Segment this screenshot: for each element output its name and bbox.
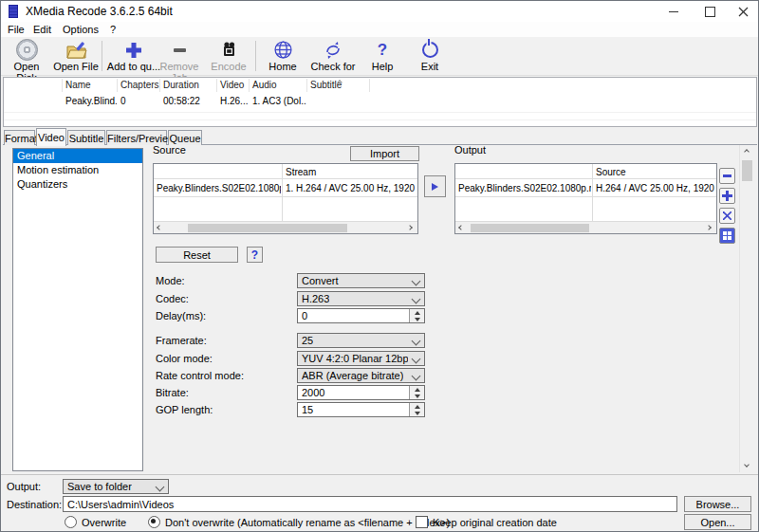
column-header-name[interactable]: Name [63,78,117,93]
source-stream-column: Stream [286,166,316,178]
scroll-thumb[interactable] [471,224,589,232]
column-header-duration[interactable]: Duration [160,78,216,93]
menu-edit[interactable]: Edit [33,22,51,37]
column-header-audio[interactable]: Audio [250,78,306,93]
overwrite-radio[interactable]: Overwrite [65,516,126,528]
job-video: H.26... [217,95,249,108]
import-button[interactable]: Import [350,146,419,161]
delay-input[interactable] [298,309,408,322]
arrange-streams-button[interactable] [719,228,735,244]
help-button[interactable]: ? Help [362,39,402,74]
maximize-icon [705,7,715,17]
source-stream-table[interactable]: Stream Peaky.Blinders.S02E02.1080p.ru...… [153,163,418,234]
scroll-thumb[interactable] [188,224,347,232]
output-panel-title: Output [454,144,486,156]
color-mode-label: Color mode: [156,352,213,365]
transfer-stream-button[interactable] [424,175,446,197]
output-stream-cell[interactable]: H.264 / AVC 25.00 Hz, 1920 x 108 [596,182,715,194]
output-file-cell[interactable]: Peaky.Blinders.S02E02.1080p.rus.Lo... [458,182,591,194]
output-source-column: Source [596,166,626,178]
add-stream-button[interactable] [719,188,735,204]
output-mode-select[interactable]: Save to folder [63,479,169,494]
exit-label: Exit [409,61,451,72]
add-to-queue-button[interactable]: Add to qu... [106,39,161,74]
menu-options[interactable]: Options [63,22,99,37]
globe-icon [273,40,293,60]
open-disk-button[interactable]: Open Disk [3,39,50,74]
job-audio: 1. AC3 (Dol... [250,95,306,108]
source-h-scrollbar[interactable] [154,221,417,233]
window-title: XMedia Recode 3.6.2.5 64bit [26,1,173,22]
scroll-up-icon[interactable] [744,149,750,155]
gop-length-stepper[interactable] [297,402,425,417]
tab-format[interactable]: Format [4,130,35,145]
panel-v-scrollbar[interactable] [739,145,753,472]
spin-down-icon[interactable] [410,393,424,399]
output-h-scrollbar[interactable] [455,221,716,233]
job-subtitle [307,95,364,108]
source-file-cell[interactable]: Peaky.Blinders.S02E02.1080p.ru... [157,182,281,194]
mode-label: Mode: [156,274,185,287]
app-icon [9,5,18,18]
spin-down-icon[interactable] [410,316,424,322]
column-header-chapters[interactable]: Chapters [118,78,159,93]
mode-select[interactable]: Convert [297,273,425,288]
field-help-button[interactable]: ? [247,247,263,263]
scroll-left-icon[interactable] [458,225,464,230]
scroll-right-icon[interactable] [706,225,712,230]
browse-button[interactable]: Browse... [684,496,751,512]
remove-stream-button[interactable] [719,168,735,184]
bitrate-label: Bitrate: [156,386,189,399]
clear-streams-button[interactable] [719,208,735,224]
dont-overwrite-radio[interactable]: Don't overwrite (Automatically rename as… [148,516,450,528]
maximize-button[interactable] [695,1,724,22]
power-icon [422,42,438,58]
bitrate-stepper[interactable] [297,385,425,400]
radio-checked-icon [148,516,160,528]
tab-video[interactable]: Video [36,128,66,146]
reset-button[interactable]: Reset [156,247,238,263]
gop-length-input[interactable] [298,403,408,416]
menu-file[interactable]: File [8,22,25,37]
play-arrow-icon [432,183,438,191]
sidebar-item-general[interactable]: General [13,149,142,163]
video-settings-listbox: General Motion estimation Quantizers [12,148,143,471]
menu-help[interactable]: ? [110,22,116,37]
spin-down-icon[interactable] [410,410,424,416]
column-header-subtitle[interactable]: Subtitle [307,78,364,93]
keep-date-checkbox[interactable]: Keep original creation date [416,516,557,528]
open-file-button[interactable]: Open File [52,39,100,74]
rate-control-select[interactable]: ABR (Average bitrate) [297,368,425,383]
question-icon: ? [378,42,387,58]
source-stream-cell[interactable]: 1. H.264 / AVC 25.00 Hz, 1920 x 1080 [286,182,417,194]
spin-buttons [409,386,424,399]
encode-button: Encode [206,39,251,74]
framerate-select[interactable]: 25 [297,333,425,348]
close-button[interactable] [728,1,758,22]
home-button[interactable]: Home [260,39,305,74]
codec-select[interactable]: H.263 [297,291,425,306]
minimize-button[interactable] [659,1,688,22]
check-for-updates-button[interactable]: Check for ... [306,39,360,74]
tab-subtitle[interactable]: Subtitle [67,130,105,145]
scroll-down-icon[interactable] [744,462,750,468]
scroll-thumb[interactable] [742,160,752,181]
plus-icon [124,41,143,60]
exit-button[interactable]: Exit [409,39,451,74]
tab-filters-preview[interactable]: Filters/Preview [106,130,167,145]
bitrate-input[interactable] [298,386,408,399]
scroll-left-icon[interactable] [157,225,162,230]
output-stream-table[interactable]: Source Peaky.Blinders.S02E02.1080p.rus.L… [454,163,717,234]
destination-input[interactable] [64,497,676,511]
delay-stepper[interactable] [297,308,425,323]
scroll-right-icon[interactable] [407,225,413,230]
job-list[interactable]: Name Chapters Duration Video Audio Subti… [3,77,757,127]
open-button[interactable]: Open... [684,514,751,530]
chevron-down-icon [412,277,421,286]
spin-buttons [409,309,424,322]
sidebar-item-quantizers[interactable]: Quantizers [13,177,142,192]
sidebar-item-motion-estimation[interactable]: Motion estimation [13,163,142,177]
tab-queue[interactable]: Queue [168,130,202,145]
column-header-video[interactable]: Video [217,78,249,93]
color-mode-select[interactable]: YUV 4:2:0 Planar 12bpp [297,351,425,366]
